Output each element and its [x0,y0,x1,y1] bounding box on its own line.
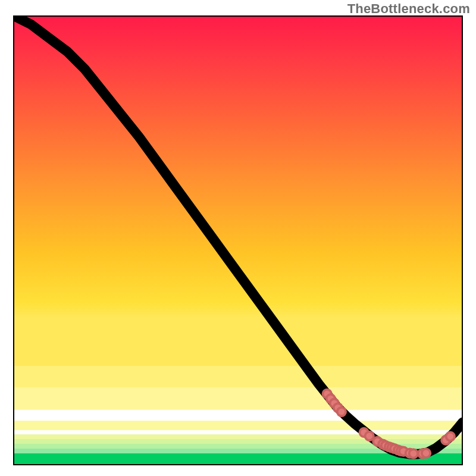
curve-marker [446,432,455,440]
chart-svg [13,15,463,465]
chart-container: TheBottleneck.com [0,0,476,476]
attribution-text: TheBottleneck.com [347,1,470,17]
plot-area [13,15,463,465]
curve-marker [409,449,418,458]
curve-marker [337,408,346,416]
curve-marker [365,432,374,440]
bottleneck-curve [13,15,463,454]
curve-marker [422,449,430,457]
